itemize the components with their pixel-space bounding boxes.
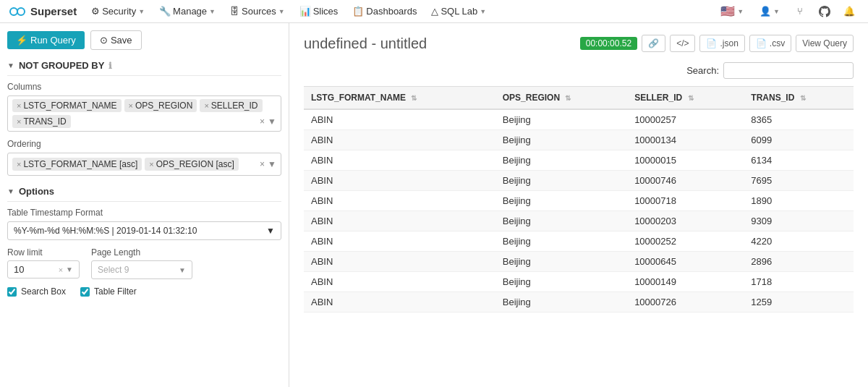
cell-seller: 10000257 (627, 109, 744, 130)
cell-lstg: ABIN (304, 150, 495, 171)
cell-seller: 10000015 (627, 150, 744, 171)
ordering-tags-actions[interactable]: × ▼ (260, 159, 276, 169)
columns-tags-container[interactable]: × LSTG_FORMAT_NAME × OPS_REGION × SELLER… (7, 95, 281, 132)
timestamp-label: Table Timestamp Format (7, 208, 281, 218)
nav-sqllab[interactable]: △ SQL Lab ▼ (425, 0, 492, 23)
user-menu[interactable]: 👤 ▼ (754, 0, 786, 23)
search-label: Search: (686, 65, 719, 76)
fork-icon[interactable]: ⑂ (790, 1, 810, 22)
tag-remove-icon[interactable]: × (129, 101, 133, 110)
user-icon: 👤 (760, 6, 771, 17)
section-toggle-icon[interactable]: ▼ (7, 61, 14, 69)
table-row: ABIN Beijing 10000203 9309 (304, 211, 854, 231)
col-header-trans-id[interactable]: TRANS_ID ⇅ (744, 87, 854, 110)
run-query-button[interactable]: ⚡ Run Query (7, 31, 85, 49)
tag-remove-icon[interactable]: × (17, 160, 21, 169)
link-button[interactable]: 🔗 (642, 35, 665, 52)
file-json-icon: 📄 (706, 38, 717, 48)
csv-button[interactable]: 📄 .csv (749, 35, 791, 52)
nav-manage[interactable]: 🔧 Manage ▼ (153, 0, 221, 23)
col-header-lstg-format-name[interactable]: LSTG_FORMAT_NAME ⇅ (304, 87, 495, 110)
col-header-seller-id[interactable]: SELLER_ID ⇅ (627, 87, 744, 110)
cell-trans: 7695 (744, 171, 854, 191)
chevron-down-icon: ▼ (278, 8, 285, 15)
info-icon[interactable]: ℹ (109, 61, 112, 71)
nav-slices[interactable]: 📊 Slices (294, 0, 344, 23)
search-box-checkbox[interactable] (7, 287, 17, 297)
tag-remove-icon[interactable]: × (149, 160, 153, 169)
chevron-down-icon: ▼ (138, 8, 145, 15)
search-input[interactable] (723, 62, 854, 79)
cell-lstg: ABIN (304, 130, 495, 150)
nav-dashboards[interactable]: 📋 Dashboards (346, 0, 422, 23)
time-badge: 00:00:00.52 (580, 37, 637, 50)
cell-trans: 4220 (744, 231, 854, 252)
nav-sources[interactable]: 🗄 Sources ▼ (224, 0, 291, 23)
code-button[interactable]: </> (670, 35, 695, 52)
query-title: undefined - untitled (304, 35, 427, 52)
notifications-icon[interactable]: 🔔 (839, 1, 859, 22)
table-row: ABIN Beijing 10000134 6099 (304, 130, 854, 150)
chevron-down-icon[interactable]: ▼ (66, 265, 73, 273)
page-length-field: Page Length Select 9 ▼ (91, 247, 192, 279)
row-limit-label: Row limit (7, 247, 80, 258)
ordering-label: Ordering (7, 139, 281, 149)
table-header-row: LSTG_FORMAT_NAME ⇅ OPS_REGION ⇅ SELLER_I… (304, 87, 854, 110)
nav-security[interactable]: ⚙ Security ▼ (85, 0, 150, 23)
timestamp-format-select[interactable]: %Y-%m-%d %H:%M:%S | 2019-01-14 01:32:10 … (7, 221, 281, 240)
section-header-not-grouped: ▼ NOT GROUPED BY ℹ (7, 60, 281, 76)
navbar-right: 🇺🇸 ▼ 👤 ▼ ⑂ 🔔 (715, 0, 859, 23)
expand-icon[interactable]: ▼ (268, 116, 276, 127)
cell-seller: 10000726 (627, 292, 744, 312)
table-row: ABIN Beijing 10000149 1718 (304, 272, 854, 292)
table-row: ABIN Beijing 10000257 8365 (304, 109, 854, 130)
github-icon[interactable] (814, 1, 835, 22)
clear-icon[interactable]: × (260, 159, 265, 169)
section-header-options: ▼ Options (7, 186, 281, 202)
col-header-ops-region[interactable]: OPS_REGION ⇅ (495, 87, 627, 110)
brand-name: Superset (30, 5, 77, 17)
tag-remove-icon[interactable]: × (204, 101, 208, 110)
tag-trans-id[interactable]: × TRANS_ID (12, 115, 71, 128)
row-limit-input[interactable]: 10 × ▼ (7, 260, 80, 278)
cell-ops: Beijing (495, 252, 627, 272)
expand-icon[interactable]: ▼ (268, 159, 276, 169)
table-row: ABIN Beijing 10000015 6134 (304, 150, 854, 171)
tags-actions[interactable]: × ▼ (260, 116, 276, 127)
cell-ops: Beijing (495, 130, 627, 150)
tag-ordering-ops[interactable]: × OPS_REGION [asc] (145, 158, 238, 171)
table-filter-checkbox[interactable] (80, 287, 90, 297)
cell-lstg: ABIN (304, 292, 495, 312)
ordering-tags-container[interactable]: × LSTG_FORMAT_NAME [asc] × OPS_REGION [a… (7, 153, 281, 176)
cell-lstg: ABIN (304, 252, 495, 272)
main-layout: ⚡ Run Query ⊙ Save ▼ NOT GROUPED BY ℹ Co… (0, 23, 868, 387)
flag-icon: 🇺🇸 (720, 4, 735, 18)
table-filter-checkbox-label[interactable]: Table Filter (80, 286, 137, 297)
sort-icon: ⇅ (688, 94, 694, 102)
search-bar: Search: (304, 62, 854, 79)
clear-icon[interactable]: × (59, 265, 63, 274)
language-selector[interactable]: 🇺🇸 ▼ (715, 0, 749, 23)
clear-icon[interactable]: × (260, 116, 265, 127)
tag-remove-icon[interactable]: × (17, 101, 21, 110)
slices-icon: 📊 (299, 6, 311, 17)
tag-ops-region[interactable]: × OPS_REGION (124, 99, 197, 112)
tag-lstg-format-name[interactable]: × LSTG_FORMAT_NAME (12, 99, 122, 112)
brand[interactable]: Superset (9, 3, 77, 20)
search-box-checkbox-label[interactable]: Search Box (7, 286, 66, 297)
save-button[interactable]: ⊙ Save (90, 30, 142, 50)
cell-ops: Beijing (495, 292, 627, 312)
chevron-down-icon: ▼ (773, 8, 780, 15)
cell-lstg: ABIN (304, 191, 495, 211)
table-row: ABIN Beijing 10000746 7695 (304, 171, 854, 191)
page-length-select[interactable]: Select 9 ▼ (91, 260, 192, 279)
json-button[interactable]: 📄 .json (699, 35, 744, 52)
save-icon: ⊙ (100, 35, 108, 46)
cell-lstg: ABIN (304, 211, 495, 231)
tag-seller-id[interactable]: × SELLER_ID (200, 99, 262, 112)
tag-ordering-lstg[interactable]: × LSTG_FORMAT_NAME [asc] (12, 158, 142, 171)
tag-remove-icon[interactable]: × (17, 117, 21, 126)
cell-lstg: ABIN (304, 231, 495, 252)
section-toggle-icon[interactable]: ▼ (7, 187, 14, 195)
view-query-button[interactable]: View Query (796, 35, 854, 52)
